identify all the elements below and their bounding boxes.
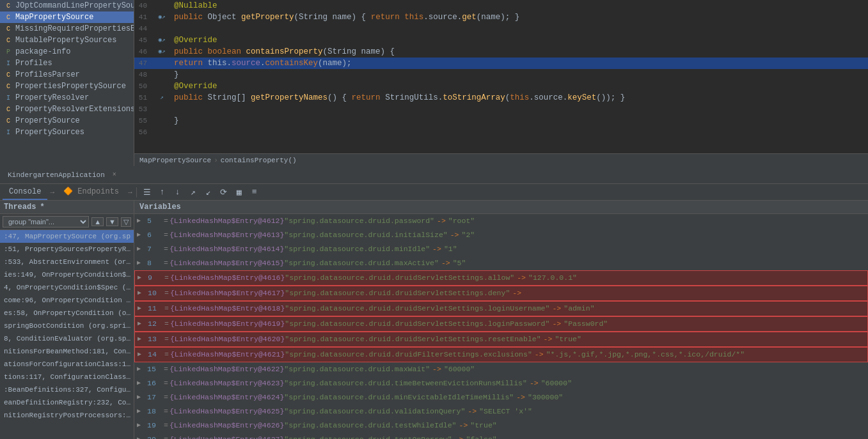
var-key: "spring.datasource.druid.minEvictableIdl… bbox=[284, 391, 514, 404]
thread-item-0[interactable]: :47, MapPropertySource (org.sp bbox=[0, 230, 134, 243]
var-row-11[interactable]: ▶ 16 = {LinkedHashMap$Entry@4623} "sprin… bbox=[134, 376, 868, 390]
line-number: 48 bbox=[134, 69, 152, 81]
toolbar-menu-btn[interactable]: ≡ bbox=[248, 186, 261, 199]
toolbar-separator bbox=[136, 187, 137, 197]
var-eq: = bbox=[164, 405, 168, 418]
code-line-46: 46 ◉↗ public boolean containsProperty(St… bbox=[134, 46, 868, 58]
expand-icon: ▶ bbox=[137, 243, 147, 256]
sidebar-item-9[interactable]: CPropertyResolverExtensionsKt.class bbox=[0, 104, 134, 115]
thread-item-2[interactable]: :533, AbstractEnvironment (org... bbox=[0, 256, 134, 268]
toolbar-down-btn[interactable]: ↓ bbox=[171, 186, 184, 199]
var-row-15[interactable]: ▶ 20 = {LinkedHashMap$Entry@4627} "sprin… bbox=[134, 433, 868, 439]
code-line-41: 41 ◉↗ public Object getProperty(String n… bbox=[134, 12, 868, 23]
var-row-2[interactable]: ▶ 7 = {LinkedHashMap$Entry@4614} "spring… bbox=[134, 242, 868, 256]
var-key: "spring.datasource.druid.druidServletSet… bbox=[285, 272, 514, 284]
thread-group-dropdown[interactable]: group "main"... bbox=[3, 216, 89, 227]
expand-icon: ▶ bbox=[138, 272, 148, 284]
threads-pin-btn[interactable]: * bbox=[38, 203, 45, 212]
var-ref: {LinkedHashMap$Entry@4613} bbox=[170, 229, 284, 242]
var-key: "spring.datasource.druid.maxActive" bbox=[284, 257, 439, 270]
var-row-4[interactable]: ▶ 9 = {LinkedHashMap$Entry@4616} "spring… bbox=[134, 270, 868, 286]
var-val: "1" bbox=[444, 243, 457, 256]
var-val: "admin" bbox=[564, 302, 594, 315]
var-row-9[interactable]: ▶ 14 = {LinkedHashMap$Entry@4621} "sprin… bbox=[134, 347, 868, 362]
sidebar-item-1[interactable]: CMapPropertySource bbox=[0, 12, 134, 23]
file-icon-1: C bbox=[4, 13, 13, 22]
thread-item-10[interactable]: ationsForConfigurationClass:141, C bbox=[0, 358, 134, 371]
debug-split-panel: Threads * group "main"... ▲ ▼ ▽ :47, Map… bbox=[0, 201, 868, 439]
var-ref: {LinkedHashMap$Entry@4617} bbox=[170, 287, 285, 300]
var-arrow: -> bbox=[535, 348, 544, 361]
expand-icon: ▶ bbox=[138, 318, 148, 330]
var-key: "spring.datasource.druid.maxWait" bbox=[284, 363, 430, 376]
tab-endpoints[interactable]: 🔶 Endpoints bbox=[57, 184, 125, 200]
var-index: 16 bbox=[147, 377, 160, 390]
thread-down-btn[interactable]: ▼ bbox=[106, 217, 118, 226]
thread-up-btn[interactable]: ▲ bbox=[91, 217, 104, 226]
thread-item-3[interactable]: ies:149, OnPropertyCondition$Spe bbox=[0, 268, 134, 281]
var-row-3[interactable]: ▶ 8 = {LinkedHashMap$Entry@4615} "spring… bbox=[134, 256, 868, 270]
var-row-8[interactable]: ▶ 13 = {LinkedHashMap$Entry@4620} "sprin… bbox=[134, 332, 868, 347]
var-row-6[interactable]: ▶ 11 = {LinkedHashMap$Entry@4618} "sprin… bbox=[134, 301, 868, 316]
var-row-10[interactable]: ▶ 15 = {LinkedHashMap$Entry@4622} "sprin… bbox=[134, 362, 868, 376]
sidebar-item-2[interactable]: CMissingRequiredPropertiesException bbox=[0, 23, 134, 35]
toolbar-grid-btn[interactable]: ▦ bbox=[233, 186, 246, 199]
var-val: "127.0.0.1" bbox=[528, 272, 577, 284]
app-tab-close[interactable]: × bbox=[113, 171, 116, 178]
var-row-1[interactable]: ▶ 6 = {LinkedHashMap$Entry@4613} "spring… bbox=[134, 228, 868, 242]
thread-item-4[interactable]: 4, OnPropertyCondition$Spec (org bbox=[0, 281, 134, 294]
thread-item-7[interactable]: springBootCondition (org.springfra bbox=[0, 320, 134, 332]
thread-item-1[interactable]: :51, PropertySourcesPropertyRes bbox=[0, 243, 134, 256]
sidebar-item-11[interactable]: IPropertySources bbox=[0, 127, 134, 138]
var-arrow: -> bbox=[432, 363, 441, 376]
threads-panel: Threads * group "main"... ▲ ▼ ▽ :47, Map… bbox=[0, 201, 134, 439]
line-number: 53 bbox=[134, 104, 152, 115]
thread-item-8[interactable]: 8, ConditionEvaluator (org.springf bbox=[0, 332, 134, 345]
sidebar-item-10[interactable]: CPropertySource bbox=[0, 115, 134, 127]
var-val: "2" bbox=[462, 229, 475, 242]
sidebar-item-0[interactable]: CJOptCommandLinePropertySource bbox=[0, 0, 134, 12]
line-number: 46 bbox=[134, 46, 152, 58]
file-icon-7: C bbox=[4, 82, 13, 91]
var-row-7[interactable]: ▶ 12 = {LinkedHashMap$Entry@4619} "sprin… bbox=[134, 316, 868, 332]
var-eq: = bbox=[164, 272, 169, 284]
thread-item-9[interactable]: nitionsForBeanMethod:181, Configu bbox=[0, 345, 134, 358]
thread-item-12[interactable]: :BeanDefinitions:327, Configuratio bbox=[0, 383, 134, 396]
var-row-5[interactable]: ▶ 10 = {LinkedHashMap$Entry@4617} "sprin… bbox=[134, 286, 868, 301]
tab-console[interactable]: Console bbox=[3, 185, 47, 200]
code-line-55: 55 } bbox=[134, 115, 868, 127]
sidebar-item-4[interactable]: Ppackage-info bbox=[0, 46, 134, 58]
line-gutter: ↗ bbox=[152, 92, 171, 104]
toolbar-step-into-btn[interactable]: ↙ bbox=[202, 186, 215, 199]
thread-item-13[interactable]: eanDefinitionRegistry:232, Configura bbox=[0, 396, 134, 409]
toolbar-up-btn[interactable]: ↑ bbox=[156, 186, 169, 199]
var-arrow: -> bbox=[517, 272, 526, 284]
var-val: "true" bbox=[470, 419, 496, 432]
sidebar-item-3[interactable]: CMutablePropertySources bbox=[0, 35, 134, 46]
file-icon-4: P bbox=[4, 47, 13, 56]
thread-item-6[interactable]: es:58, OnPropertyCondition (org. bbox=[0, 307, 134, 320]
thread-item-11[interactable]: tions:117, ConfigurationClassBean bbox=[0, 371, 134, 383]
thread-item-14[interactable]: nitionRegistryPostProcessors:275, bbox=[0, 409, 134, 422]
var-row-12[interactable]: ▶ 17 = {LinkedHashMap$Entry@4624} "sprin… bbox=[134, 390, 868, 404]
thread-filter-btn[interactable]: ▽ bbox=[121, 217, 131, 227]
toolbar-refresh-btn[interactable]: ⟳ bbox=[217, 186, 230, 199]
toolbar-step-over-btn[interactable]: ↗ bbox=[187, 186, 200, 199]
var-index: 20 bbox=[147, 433, 160, 439]
debug-toolbar: Console → 🔶 Endpoints → ☰ ↑ ↓ ↗ ↙ ⟳ ▦ ≡ bbox=[0, 184, 868, 201]
var-eq: = bbox=[164, 243, 168, 256]
var-row-14[interactable]: ▶ 19 = {LinkedHashMap$Entry@4626} "sprin… bbox=[134, 419, 868, 433]
sidebar-item-5[interactable]: IProfiles bbox=[0, 58, 134, 69]
sidebar-item-7[interactable]: CPropertiesPropertySource bbox=[0, 81, 134, 92]
toolbar-list-btn[interactable]: ☰ bbox=[141, 186, 154, 199]
var-key: "spring.datasource.druid.timeBetweenEvic… bbox=[284, 377, 527, 390]
var-eq: = bbox=[164, 215, 168, 227]
thread-item-5[interactable]: come:96, OnPropertyCondition (or bbox=[0, 294, 134, 307]
var-row-13[interactable]: ▶ 18 = {LinkedHashMap$Entry@4625} "sprin… bbox=[134, 404, 868, 419]
expand-icon: ▶ bbox=[137, 419, 147, 432]
app-tab-title[interactable]: KindergartenApplication bbox=[3, 171, 110, 179]
var-val: "SELECT 'x'" bbox=[479, 405, 532, 418]
sidebar-item-6[interactable]: CProfilesParser bbox=[0, 69, 134, 81]
var-row-0[interactable]: ▶ 5 = {LinkedHashMap$Entry@4612} "spring… bbox=[134, 214, 868, 228]
sidebar-item-8[interactable]: IPropertyResolver bbox=[0, 92, 134, 104]
